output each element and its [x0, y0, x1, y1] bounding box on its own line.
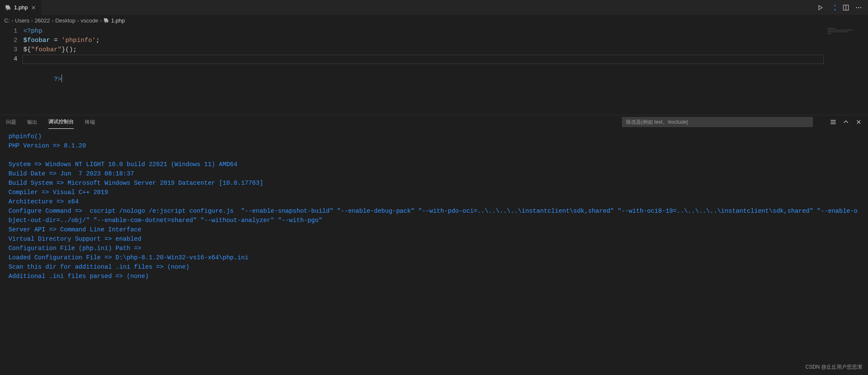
code-content[interactable]: <?php $foobar = 'phpinfo'; ${"foobar"}()…: [23, 26, 826, 115]
debug-line: Scan this dir for additional .ini files …: [8, 262, 860, 272]
run-icon[interactable]: [817, 4, 824, 11]
debug-line: Configure Command => cscript /nologo /e:…: [8, 206, 860, 225]
debug-line: Configuration File (php.ini) Path =>: [8, 244, 860, 253]
close-icon[interactable]: [31, 5, 36, 11]
code-line-current: ?>: [23, 55, 826, 64]
debug-line: System => Windows NT LIGHT 10.0 build 22…: [8, 160, 860, 169]
debug-console-output[interactable]: phpinfo()PHP Version => 8.1.20 System =>…: [0, 129, 868, 375]
debug-line: Loaded Configuration File => D:\php-8.1.…: [8, 253, 860, 262]
svg-point-2: [856, 7, 857, 8]
crumb-file-label: 1.php: [111, 17, 125, 24]
watermark: CSDN @丘丘用户思思潔: [805, 364, 862, 371]
filter-input[interactable]: [622, 117, 813, 127]
list-icon[interactable]: [830, 119, 837, 125]
debug-line: Server API => Command Line Interface: [8, 225, 860, 234]
panel-actions: [830, 119, 862, 125]
code-line: $foobar = 'phpinfo';: [23, 36, 826, 45]
debug-line: phpinfo(): [8, 132, 860, 141]
chevron-right-icon: ›: [31, 17, 33, 24]
svg-point-4: [860, 7, 861, 8]
line-number: 1: [0, 27, 17, 36]
code-line: ${"foobar"}();: [23, 45, 826, 55]
breadcrumb: C: › Users › 26022 › Desktop › vscode › …: [0, 15, 868, 26]
tab-debug-console[interactable]: 调试控制台: [48, 115, 74, 129]
split-editor-icon[interactable]: [843, 4, 849, 11]
debug-line: Build System => Microsoft Windows Server…: [8, 178, 860, 188]
debug-icon[interactable]: [830, 4, 837, 11]
crumb-file[interactable]: 🐘 1.php: [104, 17, 125, 24]
crumb-vscode[interactable]: vscode: [81, 17, 98, 24]
chevron-right-icon: ›: [100, 17, 101, 24]
editor-tab-1php[interactable]: 🐘 1.php: [0, 0, 42, 15]
editor-tabbar: 🐘 1.php: [0, 0, 868, 15]
php-file-icon: 🐘: [104, 18, 109, 23]
more-icon[interactable]: [855, 4, 862, 11]
code-editor[interactable]: 1 2 3 4 <?php $foobar = 'phpinfo'; ${"fo…: [0, 26, 868, 115]
debug-line: [8, 150, 860, 160]
editor-actions: [811, 0, 868, 15]
debug-line: Compiler => Visual C++ 2019: [8, 188, 860, 197]
debug-line: Architecture => x64: [8, 197, 860, 206]
panel-tabs: 问题 输出 调试控制台 终端: [0, 115, 868, 129]
crumb-26022[interactable]: 26022: [35, 17, 50, 24]
chevron-right-icon: ›: [77, 17, 79, 24]
tab-output[interactable]: 输出: [27, 115, 37, 129]
tab-terminal[interactable]: 终端: [85, 115, 95, 129]
line-number: 2: [0, 36, 17, 45]
debug-line: Build Date => Jun 7 2023 08:18:37: [8, 169, 860, 178]
crumb-desktop[interactable]: Desktop: [55, 17, 76, 24]
crumb-c[interactable]: C:: [4, 17, 10, 24]
chevron-right-icon: ›: [52, 17, 53, 24]
debug-line: PHP Version => 8.1.20: [8, 141, 860, 150]
tab-problems[interactable]: 问题: [6, 115, 16, 129]
chevron-up-icon[interactable]: [843, 119, 849, 125]
svg-point-3: [858, 7, 859, 8]
code-line: <?php: [23, 27, 826, 36]
crumb-users[interactable]: Users: [15, 17, 29, 24]
close-panel-icon[interactable]: [855, 119, 862, 125]
line-number: 4: [0, 55, 17, 64]
bottom-panel: 问题 输出 调试控制台 终端 phpinfo()PHP Version => 8…: [0, 115, 868, 375]
line-gutter: 1 2 3 4: [0, 26, 23, 115]
minimap[interactable]: [826, 26, 868, 115]
chevron-right-icon: ›: [11, 17, 13, 24]
debug-line: Additional .ini files parsed => (none): [8, 272, 860, 281]
line-number: 3: [0, 45, 17, 55]
debug-line: Virtual Directory Support => enabled: [8, 234, 860, 244]
tab-filename: 1.php: [14, 4, 28, 11]
cursor: [62, 75, 62, 82]
php-file-icon: 🐘: [5, 5, 11, 11]
